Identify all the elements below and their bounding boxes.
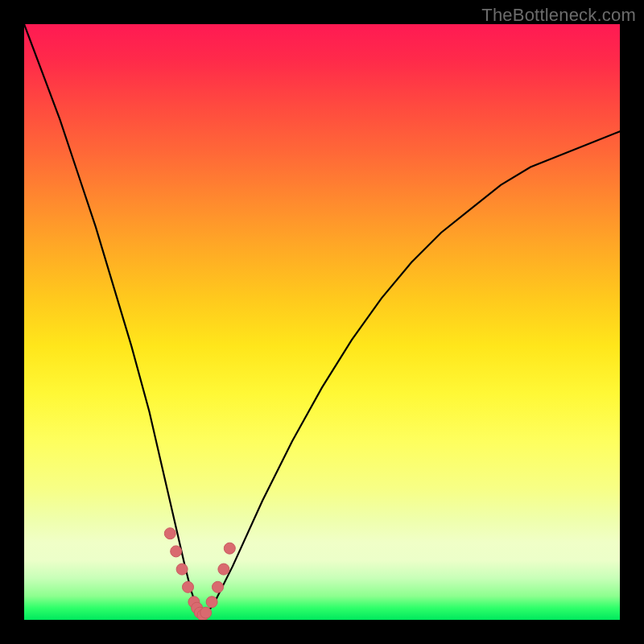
highlight-dot bbox=[213, 581, 224, 592]
bottleneck-curve bbox=[24, 24, 620, 620]
highlight-dot bbox=[218, 564, 229, 575]
highlight-dot bbox=[176, 564, 188, 575]
highlight-dot bbox=[224, 543, 235, 554]
highlight-dot bbox=[200, 607, 212, 618]
plot-area bbox=[24, 24, 620, 620]
curve-layer bbox=[24, 24, 620, 620]
highlight-dot bbox=[164, 528, 175, 539]
highlight-dot bbox=[206, 597, 217, 608]
highlight-dots bbox=[164, 528, 235, 620]
highlight-dot bbox=[171, 546, 182, 557]
highlight-dot bbox=[183, 581, 194, 592]
watermark-text: TheBottleneck.com bbox=[481, 5, 636, 26]
chart-frame: TheBottleneck.com bbox=[0, 0, 644, 644]
